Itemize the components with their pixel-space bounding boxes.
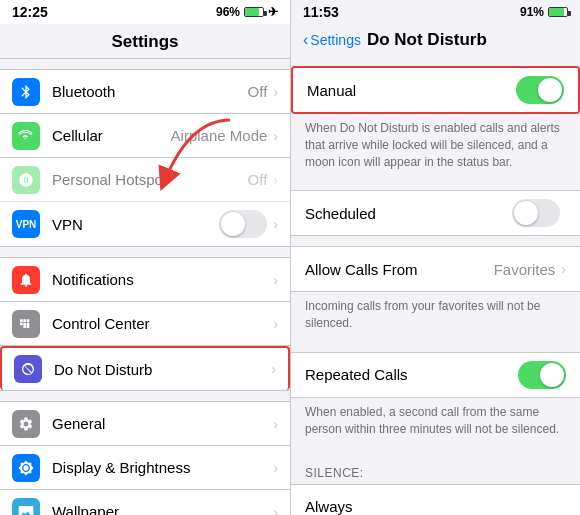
section-allow-calls: Allow Calls From Favorites › Incoming ca… — [291, 246, 580, 342]
row-cellular[interactable]: Cellular Airplane Mode › — [0, 114, 290, 158]
manual-label: Manual — [307, 82, 516, 99]
silence-header: SILENCE: — [291, 458, 580, 484]
scheduled-label: Scheduled — [305, 205, 512, 222]
repeated-calls-description: When enabled, a second call from the sam… — [291, 398, 580, 448]
battery-icon-left — [244, 7, 264, 17]
hotspot-value: Off — [248, 171, 268, 188]
vpn-chevron: › — [273, 216, 278, 232]
cellular-chevron: › — [273, 128, 278, 144]
row-repeated-calls[interactable]: Repeated Calls — [291, 353, 580, 397]
manual-toggle[interactable] — [516, 76, 564, 104]
row-notifications[interactable]: Notifications › — [0, 258, 290, 302]
wallpaper-icon — [12, 498, 40, 516]
section-silence: SILENCE: Always Only while iPhone is loc… — [291, 458, 580, 515]
status-bar-right: 11:53 91% — [291, 0, 580, 24]
do-not-disturb-label: Do Not Disturb — [54, 361, 271, 378]
vpn-icon: VPN — [12, 210, 40, 238]
row-always[interactable]: Always — [291, 485, 580, 515]
manual-highlighted-container: Manual — [291, 66, 580, 114]
control-center-icon — [12, 310, 40, 338]
airplane-icon: ✈ — [268, 5, 278, 19]
control-center-label: Control Center — [52, 315, 273, 332]
cellular-icon — [12, 122, 40, 150]
hotspot-label: Personal Hotspot — [52, 171, 248, 188]
back-chevron-icon: ‹ — [303, 31, 308, 49]
row-allow-calls[interactable]: Allow Calls From Favorites › — [291, 247, 580, 291]
left-panel: 12:25 96% ✈ Settings Bl — [0, 0, 290, 515]
display-label: Display & Brightness — [52, 459, 273, 476]
nav-bar-left: Settings — [0, 24, 290, 59]
do-not-disturb-icon — [14, 355, 42, 383]
row-vpn[interactable]: VPN VPN › — [0, 202, 290, 246]
cellular-value: Airplane Mode — [171, 127, 268, 144]
vpn-toggle[interactable] — [219, 210, 267, 238]
bluetooth-chevron: › — [273, 84, 278, 100]
battery-icon-right — [548, 7, 568, 17]
status-bar-left: 12:25 96% ✈ — [0, 0, 290, 24]
cellular-label: Cellular — [52, 127, 171, 144]
display-icon — [12, 454, 40, 482]
back-button[interactable]: ‹ Settings — [303, 31, 361, 49]
notifications-chevron: › — [273, 272, 278, 288]
section-notifications: Notifications › Control Center › — [0, 257, 290, 391]
dnd-title: Do Not Disturb — [367, 30, 487, 50]
always-label: Always — [305, 498, 566, 515]
allow-calls-label: Allow Calls From — [305, 261, 494, 278]
do-not-disturb-chevron: › — [271, 361, 276, 377]
row-bluetooth[interactable]: Bluetooth Off › — [0, 70, 290, 114]
section-connectivity: Bluetooth Off › Cellular Airplane Mode › — [0, 69, 290, 247]
battery-percent-left: 96% — [216, 5, 240, 19]
general-chevron: › — [273, 416, 278, 432]
dnd-list: Manual When Do Not Disturb is enabled ca… — [291, 56, 580, 515]
hotspot-chevron: › — [273, 172, 278, 188]
notifications-icon — [12, 266, 40, 294]
time-right: 11:53 — [303, 4, 339, 20]
bluetooth-label: Bluetooth — [52, 83, 248, 100]
row-wallpaper[interactable]: Wallpaper › — [0, 490, 290, 515]
back-label[interactable]: Settings — [310, 32, 361, 48]
battery-percent-right: 91% — [520, 5, 544, 19]
wallpaper-chevron: › — [273, 504, 278, 516]
settings-title: Settings — [111, 32, 178, 51]
manual-description: When Do Not Disturb is enabled calls and… — [291, 114, 580, 180]
row-control-center[interactable]: Control Center › — [0, 302, 290, 346]
row-personal-hotspot[interactable]: Personal Hotspot Off › — [0, 158, 290, 202]
repeated-calls-toggle[interactable] — [518, 361, 566, 389]
notifications-label: Notifications — [52, 271, 273, 288]
status-icons-left: 96% ✈ — [216, 5, 278, 19]
section-manual: Manual When Do Not Disturb is enabled ca… — [291, 66, 580, 180]
settings-list: Bluetooth Off › Cellular Airplane Mode › — [0, 59, 290, 515]
section-scheduled: Scheduled — [291, 190, 580, 236]
row-do-not-disturb[interactable]: Do Not Disturb › — [0, 346, 290, 390]
row-display-brightness[interactable]: Display & Brightness › — [0, 446, 290, 490]
section-repeated-calls: Repeated Calls When enabled, a second ca… — [291, 352, 580, 448]
general-label: General — [52, 415, 273, 432]
repeated-calls-label: Repeated Calls — [305, 366, 518, 383]
control-center-chevron: › — [273, 316, 278, 332]
nav-bar-right: ‹ Settings Do Not Disturb — [291, 24, 580, 56]
general-icon — [12, 410, 40, 438]
row-general[interactable]: General › — [0, 402, 290, 446]
allow-calls-value: Favorites — [494, 261, 556, 278]
scheduled-toggle[interactable] — [512, 199, 560, 227]
wallpaper-label: Wallpaper — [52, 503, 273, 515]
right-panel: 11:53 91% ‹ Settings Do Not Disturb Manu… — [290, 0, 580, 515]
status-icons-right: 91% — [520, 5, 568, 19]
time-left: 12:25 — [12, 4, 48, 20]
row-manual[interactable]: Manual — [293, 68, 578, 112]
row-scheduled[interactable]: Scheduled — [291, 191, 580, 235]
bluetooth-icon — [12, 78, 40, 106]
allow-calls-description: Incoming calls from your favorites will … — [291, 292, 580, 342]
section-general: General › Display & Brightness › — [0, 401, 290, 515]
bluetooth-value: Off — [248, 83, 268, 100]
hotspot-icon — [12, 166, 40, 194]
vpn-label: VPN — [52, 216, 219, 233]
display-chevron: › — [273, 460, 278, 476]
allow-calls-chevron: › — [561, 261, 566, 277]
